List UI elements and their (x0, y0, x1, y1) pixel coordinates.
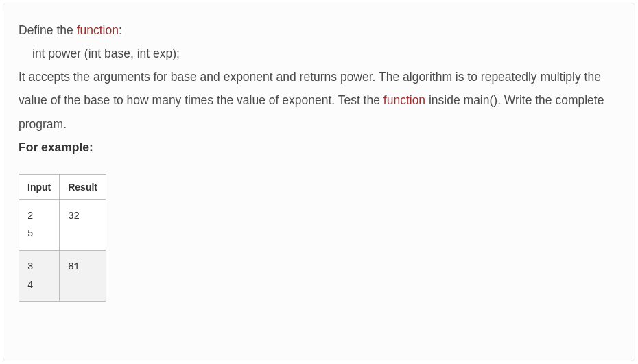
example-label: For example: (19, 136, 619, 159)
function-signature: int power (int base, int exp); (32, 42, 619, 65)
example-table: Input Result 2 5 32 3 4 81 (19, 174, 106, 302)
question-panel: Define the function: int power (int base… (3, 3, 635, 361)
question-text: Define the function: (19, 19, 619, 42)
cell-result: 32 (60, 199, 106, 250)
function-link-2[interactable]: function (383, 93, 425, 107)
define-prefix: Define the (19, 23, 77, 37)
table-header-row: Input Result (19, 174, 106, 199)
table-row: 3 4 81 (19, 250, 106, 301)
function-link-1[interactable]: function (77, 23, 119, 37)
cell-result: 81 (60, 250, 106, 301)
cell-input: 3 4 (19, 250, 60, 301)
colon: : (119, 23, 122, 37)
table-row: 2 5 32 (19, 199, 106, 250)
example-table-wrap: Input Result 2 5 32 3 4 81 (19, 174, 619, 302)
cell-input: 2 5 (19, 199, 60, 250)
question-description: It accepts the arguments for base and ex… (19, 65, 619, 135)
header-input: Input (19, 174, 60, 199)
header-result: Result (60, 174, 106, 199)
